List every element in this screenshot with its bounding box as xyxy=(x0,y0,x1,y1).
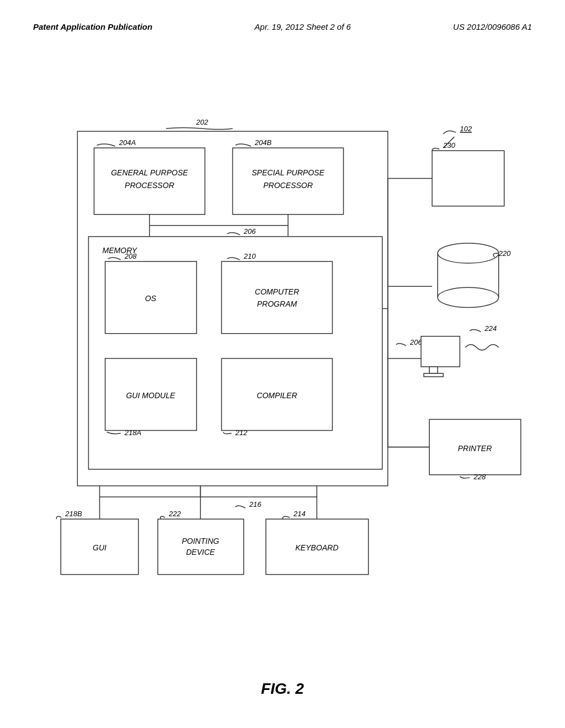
svg-text:228: 228 xyxy=(473,473,487,481)
svg-text:POINTING: POINTING xyxy=(182,537,219,545)
svg-text:GUI: GUI xyxy=(93,543,106,552)
svg-text:COMPUTER: COMPUTER xyxy=(255,287,299,296)
svg-text:210: 210 xyxy=(243,252,257,260)
svg-text:214: 214 xyxy=(293,510,306,518)
header-center: Apr. 19, 2012 Sheet 2 of 6 xyxy=(254,22,351,31)
diagram: text { font-family: Arial, sans-serif; f… xyxy=(33,55,532,684)
svg-text:GENERAL PURPOSE: GENERAL PURPOSE xyxy=(111,168,188,177)
svg-text:202: 202 xyxy=(195,118,209,126)
svg-text:204A: 204A xyxy=(119,138,136,147)
svg-text:DEVICE: DEVICE xyxy=(186,548,215,556)
svg-text:204B: 204B xyxy=(254,138,272,147)
svg-rect-32 xyxy=(158,519,244,574)
svg-text:216: 216 xyxy=(249,500,262,508)
figure-caption: FIG. 2 xyxy=(261,680,304,698)
svg-text:KEYBOARD: KEYBOARD xyxy=(295,543,338,552)
header-right: US 2012/0096086 A1 xyxy=(453,22,532,31)
svg-text:SPECIAL PURPOSE: SPECIAL PURPOSE xyxy=(252,168,324,177)
svg-rect-57 xyxy=(424,373,443,377)
svg-text:PROCESSOR: PROCESSOR xyxy=(263,181,313,190)
svg-point-49 xyxy=(438,243,498,263)
svg-text:230: 230 xyxy=(443,141,456,149)
svg-text:PRINTER: PRINTER xyxy=(458,444,492,453)
svg-text:218B: 218B xyxy=(65,510,82,518)
svg-rect-47 xyxy=(432,151,504,206)
page-header: Patent Application Publication Apr. 19, … xyxy=(33,22,532,31)
svg-text:224: 224 xyxy=(484,324,497,333)
svg-text:206: 206 xyxy=(243,227,257,235)
svg-text:OS: OS xyxy=(145,294,157,303)
svg-rect-56 xyxy=(429,367,438,373)
svg-text:COMPILER: COMPILER xyxy=(257,391,297,400)
svg-point-52 xyxy=(438,287,498,307)
svg-text:102: 102 xyxy=(460,125,472,133)
svg-text:PROGRAM: PROGRAM xyxy=(257,299,297,308)
svg-text:222: 222 xyxy=(168,510,182,518)
svg-text:220: 220 xyxy=(498,249,511,258)
svg-text:218A: 218A xyxy=(124,429,141,437)
svg-text:206: 206 xyxy=(409,338,423,346)
svg-text:212: 212 xyxy=(235,429,248,437)
svg-text:208: 208 xyxy=(124,252,137,260)
svg-rect-16 xyxy=(222,261,333,334)
svg-text:PROCESSOR: PROCESSOR xyxy=(125,181,174,190)
svg-text:GUI MODULE: GUI MODULE xyxy=(126,391,175,400)
header-left: Patent Application Publication xyxy=(33,22,152,31)
svg-rect-55 xyxy=(421,336,460,367)
